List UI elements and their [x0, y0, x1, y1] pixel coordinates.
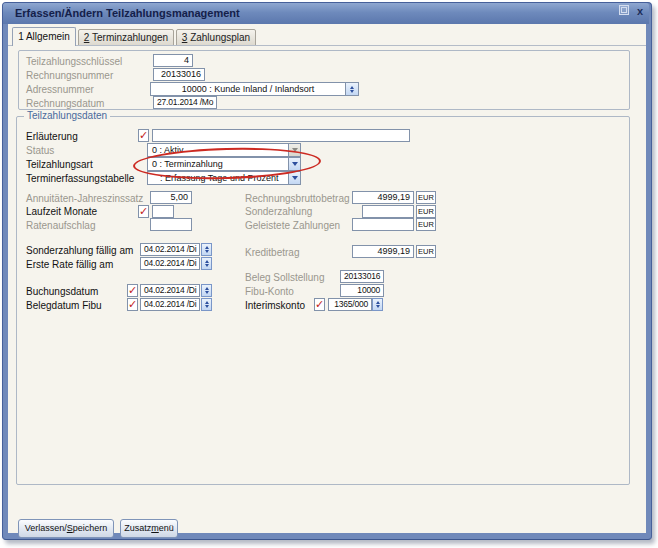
- sonderzahlung-field: [362, 205, 414, 218]
- adressnummer-spinner-icon[interactable]: [345, 83, 358, 95]
- terminerfassungstabelle-label: Terminerfassungstabelle: [26, 172, 134, 185]
- geleistete-zahlungen-field: [352, 218, 414, 231]
- erlaeuterung-label: Erläuterung: [26, 130, 78, 143]
- kreditbetrag-field: 4999,19: [352, 245, 414, 258]
- sonderzahlung-faellig-label: Sonderzahlung fällig am: [26, 244, 133, 257]
- adressnummer-combobox[interactable]: 10000 : Kunde Inland / Inlandsort: [150, 82, 359, 96]
- erste-rate-label: Erste Rate fällig am: [26, 258, 113, 271]
- interimskonto-spinner-icon[interactable]: [372, 298, 383, 311]
- beleg-sollstellung-field: 20133016: [340, 270, 384, 283]
- window-title: Erfassen/Ändern Teilzahlungsmanagement: [15, 7, 240, 19]
- geleistete-zahlungen-unit: EUR: [416, 218, 436, 231]
- annuitaeten-field: 5,00: [150, 191, 192, 204]
- note-edit-icon[interactable]: ✓: [138, 205, 149, 218]
- tab-allgemein[interactable]: 1 Allgemein: [12, 27, 76, 46]
- buchungsdatum-spinner-icon[interactable]: [201, 284, 212, 297]
- verlassen-speichern-button[interactable]: Verlassen/Speichern: [18, 519, 114, 538]
- terminerfassungstabelle-dropdown-icon[interactable]: [288, 172, 300, 184]
- belegdatum-fibu-field[interactable]: 04.02.2014 /Di: [140, 298, 200, 311]
- teilzahlungsschluessel-label: Teilzahlungsschlüssel: [26, 55, 122, 68]
- erlaeuterung-field[interactable]: [152, 129, 410, 142]
- restore-icon[interactable]: [618, 5, 630, 17]
- interimskonto-label: Interimskonto: [245, 299, 305, 312]
- close-icon[interactable]: x: [634, 5, 646, 17]
- sonderzahlung-unit: EUR: [416, 205, 436, 218]
- ratenaufschlag-field: [150, 218, 192, 231]
- restore-glyph: [619, 5, 629, 15]
- interimskonto-field[interactable]: 1365/000: [328, 298, 372, 311]
- tab-strip-divider: [8, 45, 646, 46]
- belegdatum-fibu-label: Belegdatum Fibu: [26, 299, 102, 312]
- annuitaeten-label: Annuitäten-Jahreszinssatz: [26, 192, 143, 205]
- sonderzahlung-faellig-spinner-icon[interactable]: [201, 243, 212, 256]
- sonderzahlung-label: Sonderzahlung: [245, 205, 312, 218]
- status-label: Status: [26, 144, 54, 157]
- tab-zahlungsplan[interactable]: 3 Zahlungsplan: [176, 29, 256, 46]
- fibu-konto-field: 10000: [340, 284, 384, 297]
- fibu-konto-label: Fibu-Konto: [245, 285, 294, 298]
- note-edit-icon[interactable]: ✓: [314, 298, 325, 311]
- erste-rate-field[interactable]: 04.02.2014 /Di: [140, 257, 200, 270]
- kreditbetrag-label: Kreditbetrag: [245, 246, 299, 259]
- ratenaufschlag-label: Ratenaufschlag: [26, 219, 96, 232]
- kreditbetrag-unit: EUR: [416, 245, 436, 258]
- teilzahlungsart-label: Teilzahlungsart: [26, 158, 93, 171]
- title-bar[interactable]: Erfassen/Ändern Teilzahlungsmanagement: [3, 3, 649, 24]
- note-edit-icon[interactable]: ✓: [138, 129, 149, 142]
- beleg-sollstellung-label: Beleg Sollstellung: [245, 271, 325, 284]
- application-window: Erfassen/Ändern Teilzahlungsmanagement x…: [0, 0, 658, 548]
- buchungsdatum-field[interactable]: 04.02.2014 /Di: [140, 284, 200, 297]
- rechnungsnummer-field[interactable]: 20133016: [153, 68, 205, 81]
- laufzeit-monate-field[interactable]: [152, 205, 174, 218]
- sonderzahlung-faellig-field[interactable]: 04.02.2014 /Di: [140, 243, 200, 256]
- rechnungsbruttobetrag-unit: EUR: [416, 191, 436, 204]
- rechnungsbruttobetrag-field: 4999,19: [352, 191, 414, 204]
- erste-rate-spinner-icon[interactable]: [201, 257, 212, 270]
- teilzahlungsdaten-group-label: Teilzahlungsdaten: [24, 110, 110, 121]
- buchungsdatum-label: Buchungsdatum: [26, 285, 98, 298]
- rechnungsdatum-field[interactable]: 27.01.2014 /Mo: [153, 96, 217, 109]
- zusatzmenue-button[interactable]: Zusatzmenü: [120, 519, 178, 538]
- belegdatum-fibu-spinner-icon[interactable]: [201, 298, 212, 311]
- tab-terminzahlungen[interactable]: 2 Terminzahlungen: [78, 29, 174, 46]
- teilzahlungsschluessel-field[interactable]: 4: [153, 54, 193, 67]
- adressnummer-label: Adressnummer: [26, 83, 94, 96]
- note-edit-icon[interactable]: ✓: [127, 298, 138, 311]
- rechnungsnummer-label: Rechnungsnummer: [26, 69, 113, 82]
- laufzeit-monate-label: Laufzeit Monate: [26, 205, 97, 218]
- rechnungsdatum-label: Rechnungsdatum: [26, 97, 104, 110]
- note-edit-icon[interactable]: ✓: [127, 284, 138, 297]
- rechnungsbruttobetrag-label: Rechnungsbruttobetrag: [245, 192, 350, 205]
- geleistete-zahlungen-label: Geleistete Zahlungen: [245, 219, 340, 232]
